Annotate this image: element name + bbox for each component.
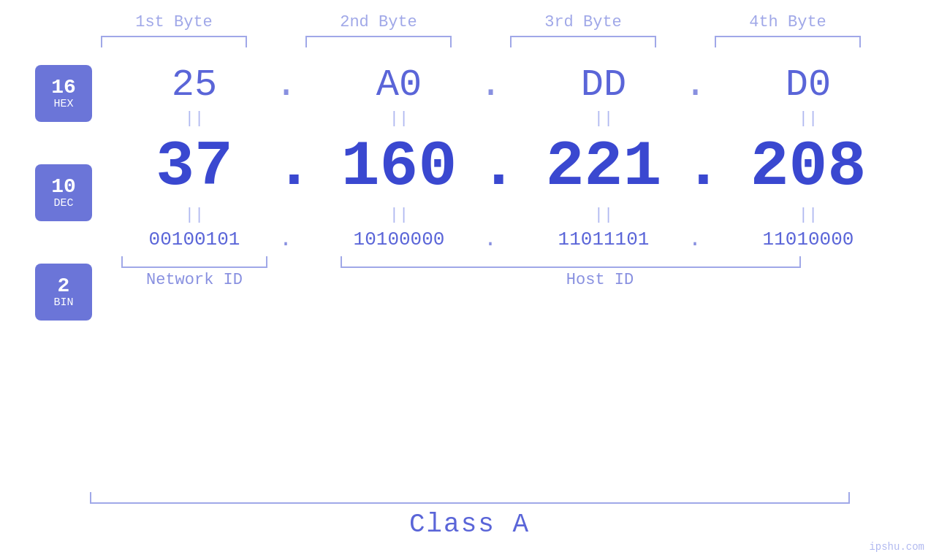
- dec-badge-label: DEC: [53, 197, 73, 210]
- dot-bin-2: .: [479, 227, 501, 252]
- sep2-b4: ||: [728, 206, 889, 224]
- sep-row-2: || || || ||: [114, 206, 939, 224]
- dec-byte3: 221: [523, 131, 684, 203]
- hex-badge-number: 16: [51, 77, 76, 98]
- sep2-b3: ||: [523, 206, 684, 224]
- dot-bin-1: .: [275, 227, 297, 252]
- id-labels-row: Network ID Host ID: [114, 271, 939, 289]
- hex-byte3: DD: [523, 64, 684, 107]
- sep2-b2: ||: [319, 206, 479, 224]
- byte3-top-bracket: [510, 36, 656, 47]
- class-label: Class A: [409, 510, 530, 540]
- dec-byte1: 37: [114, 131, 275, 203]
- dot-hex-3: .: [684, 64, 706, 107]
- badges-column: 16 HEX 10 DEC 2 BIN: [35, 65, 92, 321]
- hex-byte1: 25: [114, 64, 275, 107]
- bin-badge-number: 2: [58, 276, 70, 296]
- hex-badge-label: HEX: [53, 98, 73, 110]
- dot-dec-1: .: [275, 131, 297, 203]
- page-layout: 1st Byte 2nd Byte 3rd Byte 4th Byte: [0, 0, 939, 560]
- dec-byte2: 160: [319, 131, 479, 203]
- class-bracket: [90, 492, 850, 504]
- bin-byte1: 00100101: [114, 229, 275, 250]
- watermark: ipshu.com: [869, 541, 924, 553]
- byte4-header: 4th Byte: [707, 13, 868, 31]
- hex-byte4: D0: [728, 64, 889, 107]
- top-section: 1st Byte 2nd Byte 3rd Byte 4th Byte: [0, 0, 939, 55]
- sep1-b1: ||: [114, 110, 275, 128]
- dec-badge-number: 10: [51, 177, 76, 197]
- right-content: 25 . A0 . DD . D0 || || || || 37: [114, 55, 939, 289]
- dot-bin-3: .: [684, 227, 706, 252]
- sep1-b4: ||: [728, 110, 889, 128]
- byte3-header: 3rd Byte: [503, 13, 664, 31]
- bin-byte2: 10100000: [319, 229, 479, 250]
- class-section: Class A: [0, 492, 939, 540]
- byte2-header: 2nd Byte: [298, 13, 459, 31]
- dec-byte4: 208: [728, 131, 889, 203]
- sep1-b3: ||: [523, 110, 684, 128]
- host-bracket: [341, 256, 801, 268]
- bin-badge: 2 BIN: [35, 264, 92, 321]
- dot-hex-1: .: [275, 64, 297, 107]
- dec-badge: 10 DEC: [35, 164, 92, 221]
- bin-byte3: 11011101: [523, 229, 684, 250]
- dot-hex-2: .: [479, 64, 501, 107]
- middle-section: 16 HEX 10 DEC 2 BIN 25 . A0 . DD . D0: [0, 55, 939, 321]
- byte4-top-bracket: [715, 36, 861, 47]
- bin-byte4: 11010000: [728, 229, 889, 250]
- dec-row: 37 . 160 . 221 . 208: [114, 131, 939, 203]
- hex-badge: 16 HEX: [35, 65, 92, 122]
- network-bracket: [121, 256, 267, 268]
- hex-byte2: A0: [319, 64, 479, 107]
- sep2-b1: ||: [114, 206, 275, 224]
- bin-row: 00100101 . 10100000 . 11011101 . 1101000…: [114, 227, 939, 252]
- byte2-top-bracket: [305, 36, 452, 47]
- sep-row-1: || || || ||: [114, 110, 939, 128]
- byte1-top-bracket: [101, 36, 247, 47]
- dot-dec-2: .: [479, 131, 501, 203]
- host-id-label: Host ID: [319, 271, 859, 289]
- bin-badge-label: BIN: [53, 296, 73, 309]
- hex-row: 25 . A0 . DD . D0: [114, 64, 939, 107]
- network-id-label: Network ID: [114, 271, 275, 289]
- bottom-brackets-row: [114, 256, 939, 268]
- sep1-b2: ||: [319, 110, 479, 128]
- byte1-header: 1st Byte: [94, 13, 254, 31]
- dot-dec-3: .: [684, 131, 706, 203]
